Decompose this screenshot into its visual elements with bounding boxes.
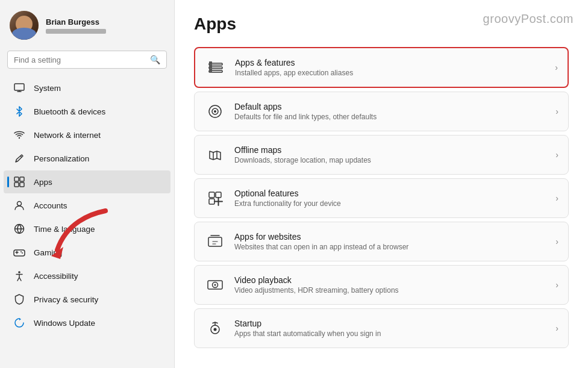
settings-item-apps-websites[interactable]: Apps for websites Websites that can open…	[194, 222, 569, 261]
svg-point-14	[20, 251, 22, 252]
offline-maps-text: Offline maps Downloads, storage location…	[234, 145, 551, 164]
sidebar-label-network: Network & internet	[34, 131, 101, 140]
svg-point-38	[214, 328, 217, 331]
video-playback-text: Video playback Video adjustments, HDR st…	[234, 275, 551, 295]
globe-icon	[13, 223, 25, 235]
video-playback-title: Video playback	[234, 275, 551, 285]
sidebar-label-privacy: Privacy & security	[34, 295, 98, 304]
startup-title: Startup	[234, 319, 551, 328]
svg-rect-4	[14, 177, 19, 181]
default-apps-icon	[204, 101, 226, 122]
svg-rect-11	[14, 250, 25, 256]
offline-maps-chevron: ›	[555, 150, 558, 160]
sidebar-label-gaming: Gaming	[34, 248, 62, 257]
sidebar-item-update[interactable]: Windows Update	[4, 311, 170, 334]
settings-item-startup[interactable]: Startup Apps that start automatically wh…	[194, 308, 569, 348]
svg-point-36	[214, 284, 216, 286]
svg-rect-0	[14, 84, 24, 90]
sidebar: Brian Burgess 🔍 System	[0, 0, 175, 368]
user-name: Brian Burgess	[46, 17, 106, 27]
sidebar-label-time: Time & language	[34, 225, 95, 234]
offline-maps-icon	[204, 144, 226, 166]
svg-rect-6	[14, 182, 19, 187]
settings-list: Apps & features Installed apps, app exec…	[194, 47, 569, 352]
apps-websites-chevron: ›	[555, 237, 558, 246]
update-icon	[13, 317, 25, 329]
optional-features-subtitle: Extra functionality for your device	[234, 199, 551, 208]
settings-item-video-playback[interactable]: Video playback Video adjustments, HDR st…	[194, 265, 569, 305]
sidebar-label-system: System	[34, 84, 61, 93]
settings-item-default-apps[interactable]: Default apps Defaults for file and link …	[194, 92, 569, 131]
default-apps-subtitle: Defaults for file and link types, other …	[234, 113, 551, 121]
video-playback-icon	[204, 274, 226, 296]
svg-rect-7	[20, 182, 24, 187]
gaming-icon	[13, 246, 25, 258]
sidebar-item-apps[interactable]: Apps	[4, 170, 170, 193]
watermark: groovyPost.com	[483, 12, 574, 26]
svg-point-16	[18, 271, 20, 273]
user-status-bar	[46, 29, 106, 34]
optional-features-icon	[204, 187, 226, 209]
apps-features-subtitle: Installed apps, app execution aliases	[235, 69, 550, 77]
svg-rect-20	[209, 61, 212, 64]
apps-websites-text: Apps for websites Websites that can open…	[234, 232, 551, 251]
svg-point-25	[214, 110, 216, 113]
apps-features-icon	[205, 57, 227, 78]
sidebar-label-personalization: Personalization	[34, 154, 89, 163]
startup-text: Startup Apps that start automatically wh…	[234, 319, 551, 338]
offline-maps-title: Offline maps	[234, 145, 551, 155]
svg-rect-29	[216, 192, 221, 198]
svg-point-15	[22, 252, 23, 254]
optional-features-chevron: ›	[555, 193, 558, 203]
startup-chevron: ›	[555, 323, 558, 333]
optional-features-text: Optional features Extra functionality fo…	[234, 189, 551, 208]
user-info: Brian Burgess	[46, 17, 106, 34]
settings-item-apps-features[interactable]: Apps & features Installed apps, app exec…	[194, 47, 569, 88]
offline-maps-subtitle: Downloads, storage location, map updates	[234, 156, 551, 164]
sidebar-label-update: Windows Update	[34, 319, 95, 328]
default-apps-title: Default apps	[234, 102, 551, 111]
sidebar-item-network[interactable]: Network & internet	[4, 123, 170, 146]
settings-item-optional-features[interactable]: Optional features Extra functionality fo…	[194, 178, 569, 218]
sidebar-item-accounts[interactable]: Accounts	[4, 194, 170, 217]
network-icon	[13, 129, 25, 141]
svg-rect-30	[209, 199, 214, 204]
search-input[interactable]	[14, 55, 145, 64]
sidebar-item-personalization[interactable]: Personalization	[4, 147, 170, 170]
nav-list: System Bluetooth & devices Network & int…	[0, 73, 174, 337]
svg-rect-21	[209, 65, 212, 68]
account-icon	[13, 199, 25, 211]
default-apps-text: Default apps Defaults for file and link …	[234, 102, 551, 121]
main-content: groovyPost.com Apps Apps & features Inst…	[175, 0, 588, 368]
sidebar-label-accessibility: Accessibility	[34, 272, 78, 281]
paint-icon	[13, 152, 25, 164]
sidebar-item-accessibility[interactable]: Accessibility	[4, 264, 170, 287]
startup-icon	[204, 317, 226, 339]
sidebar-item-gaming[interactable]: Gaming	[4, 241, 170, 264]
search-icon: 🔍	[150, 55, 160, 64]
apps-websites-title: Apps for websites	[234, 232, 551, 242]
sidebar-label-accounts: Accounts	[34, 201, 67, 210]
settings-item-offline-maps[interactable]: Offline maps Downloads, storage location…	[194, 135, 569, 175]
sidebar-item-time[interactable]: Time & language	[4, 217, 170, 240]
sidebar-label-apps: Apps	[34, 178, 52, 187]
shield-icon	[13, 293, 25, 305]
sidebar-item-system[interactable]: System	[4, 76, 170, 99]
svg-point-8	[17, 202, 22, 206]
avatar	[10, 11, 39, 40]
user-profile: Brian Burgess	[0, 0, 174, 48]
apps-websites-icon	[204, 231, 226, 252]
monitor-icon	[13, 82, 25, 94]
sidebar-item-privacy[interactable]: Privacy & security	[4, 288, 170, 311]
video-playback-subtitle: Video adjustments, HDR streaming, batter…	[234, 286, 551, 295]
apps-icon	[13, 176, 25, 188]
apps-websites-subtitle: Websites that can open in an app instead…	[234, 243, 551, 251]
svg-rect-22	[209, 69, 212, 72]
search-box[interactable]: 🔍	[7, 51, 167, 69]
optional-features-title: Optional features	[234, 189, 551, 198]
video-playback-chevron: ›	[555, 280, 558, 290]
accessibility-icon	[13, 270, 25, 282]
sidebar-item-bluetooth[interactable]: Bluetooth & devices	[4, 100, 170, 123]
svg-rect-28	[209, 192, 214, 198]
bluetooth-icon	[13, 105, 25, 117]
